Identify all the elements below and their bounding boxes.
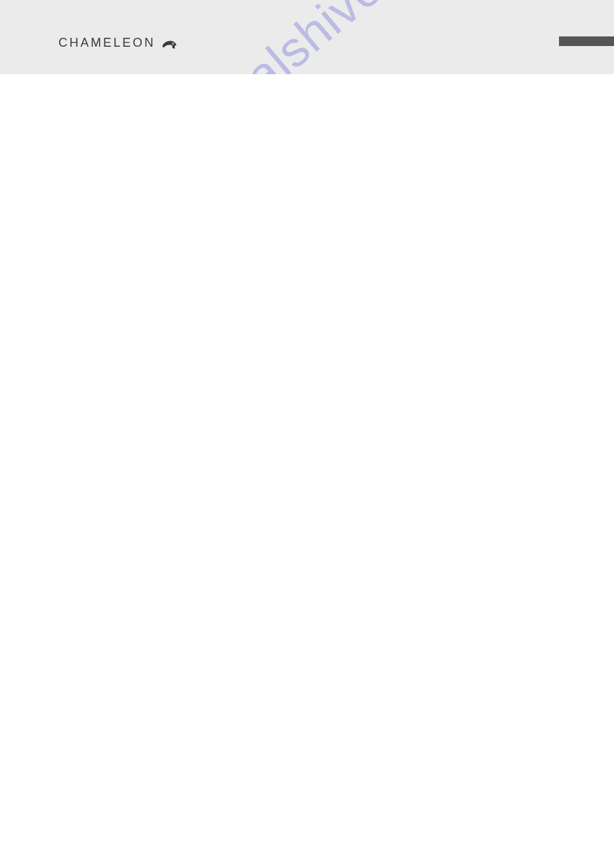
header-band: CHAMELEON [0, 0, 614, 74]
brand-text: CHAMELEON [58, 36, 155, 50]
brand-logo: CHAMELEON [58, 36, 179, 50]
svg-point-1 [173, 43, 173, 44]
chameleon-icon [160, 36, 179, 50]
header-dark-box [559, 36, 614, 46]
